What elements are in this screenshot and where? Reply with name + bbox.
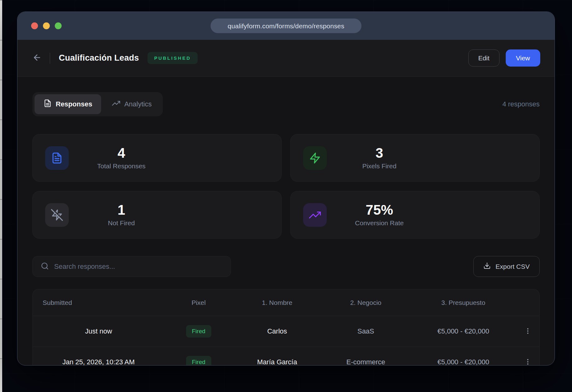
- table-header: Submitted Pixel 1. Nombre 2. Negocio 3. …: [33, 289, 539, 316]
- column-header-submitted: Submitted: [33, 299, 164, 306]
- cell-submitted: Jan 25, 2026, 10:23 AM: [33, 358, 164, 365]
- stat-value: 75%: [366, 203, 393, 217]
- header-divider: [50, 53, 50, 64]
- column-header-presupuesto: 3. Presupuesto: [410, 299, 517, 306]
- stat-value: 3: [376, 146, 383, 160]
- trending-up-icon: [303, 203, 327, 227]
- responses-table: Submitted Pixel 1. Nombre 2. Negocio 3. …: [32, 289, 540, 365]
- table-row[interactable]: Just now Fired Carlos SaaS €5,000 - €20,…: [33, 316, 539, 347]
- traffic-lights: [31, 22, 62, 29]
- cell-submitted: Just now: [33, 327, 164, 335]
- row-menu-button[interactable]: [522, 356, 534, 365]
- pixel-status-badge: Fired: [186, 325, 211, 338]
- cell-nombre: Carlos: [233, 327, 321, 335]
- stat-label: Pixels Fired: [362, 162, 396, 170]
- cell-presupuesto: €5,000 - €20,000: [410, 358, 517, 365]
- stat-label: Not Fired: [108, 219, 135, 227]
- more-vertical-icon: [524, 358, 532, 366]
- main-content: Responses Analytics 4 responses 4: [17, 77, 555, 365]
- stat-card-pixels-fired: 3 Pixels Fired: [290, 134, 540, 182]
- search-box: [32, 256, 231, 277]
- stat-card-conversion-rate: 75% Conversion Rate: [290, 191, 540, 239]
- status-badge: PUBLISHED: [148, 52, 197, 64]
- search-input[interactable]: [54, 263, 223, 271]
- background-window-edge: [0, 0, 2, 392]
- view-button[interactable]: View: [506, 49, 540, 67]
- close-window-button[interactable]: [31, 22, 38, 29]
- arrow-left-icon: [32, 53, 42, 63]
- zoom-window-button[interactable]: [55, 22, 62, 29]
- cell-presupuesto: €5,000 - €20,000: [410, 327, 517, 335]
- tab-analytics[interactable]: Analytics: [103, 94, 161, 114]
- stat-label: Total Responses: [97, 162, 145, 170]
- export-csv-button[interactable]: Export CSV: [473, 256, 540, 277]
- stat-card-not-fired: 1 Not Fired: [32, 191, 282, 239]
- stat-label: Conversion Rate: [355, 219, 404, 227]
- stat-value: 1: [118, 203, 125, 217]
- browser-titlebar: qualifyform.com/forms/demo/responses: [17, 12, 555, 40]
- pixel-status-badge: Fired: [186, 356, 211, 365]
- more-vertical-icon: [524, 327, 532, 336]
- cell-negocio: SaaS: [321, 327, 410, 335]
- responses-count: 4 responses: [502, 100, 540, 108]
- cell-negocio: E-commerce: [321, 358, 410, 365]
- cell-nombre: María García: [233, 358, 321, 365]
- column-header-negocio: 2. Negocio: [321, 299, 410, 306]
- stats-grid: 4 Total Responses 3 Pixels Fired 1: [32, 134, 540, 239]
- zap-off-icon: [45, 203, 69, 227]
- table-row[interactable]: Jan 25, 2026, 10:23 AM Fired María Garcí…: [33, 347, 539, 365]
- tab-switcher: Responses Analytics: [32, 92, 163, 116]
- search-icon: [41, 262, 49, 271]
- minimize-window-button[interactable]: [43, 22, 50, 29]
- download-icon: [483, 262, 491, 271]
- file-text-icon: [45, 146, 69, 170]
- page-title: Cualificación Leads: [59, 53, 139, 63]
- stat-value: 4: [118, 146, 125, 160]
- table-body: Just now Fired Carlos SaaS €5,000 - €20,…: [33, 316, 539, 365]
- file-text-icon: [44, 99, 52, 109]
- url-bar[interactable]: qualifyform.com/forms/demo/responses: [211, 19, 362, 33]
- tab-responses[interactable]: Responses: [35, 94, 101, 114]
- browser-window: qualifyform.com/forms/demo/responses Cua…: [17, 12, 555, 366]
- trending-up-icon: [112, 99, 120, 109]
- column-header-pixel: Pixel: [164, 299, 233, 306]
- zap-icon: [303, 146, 327, 170]
- row-menu-button[interactable]: [522, 325, 534, 338]
- column-header-nombre: 1. Nombre: [233, 299, 321, 306]
- stat-card-total-responses: 4 Total Responses: [32, 134, 282, 182]
- app-header: Cualificación Leads PUBLISHED Edit View: [17, 40, 555, 77]
- back-button[interactable]: [32, 53, 42, 63]
- edit-button[interactable]: Edit: [468, 49, 499, 67]
